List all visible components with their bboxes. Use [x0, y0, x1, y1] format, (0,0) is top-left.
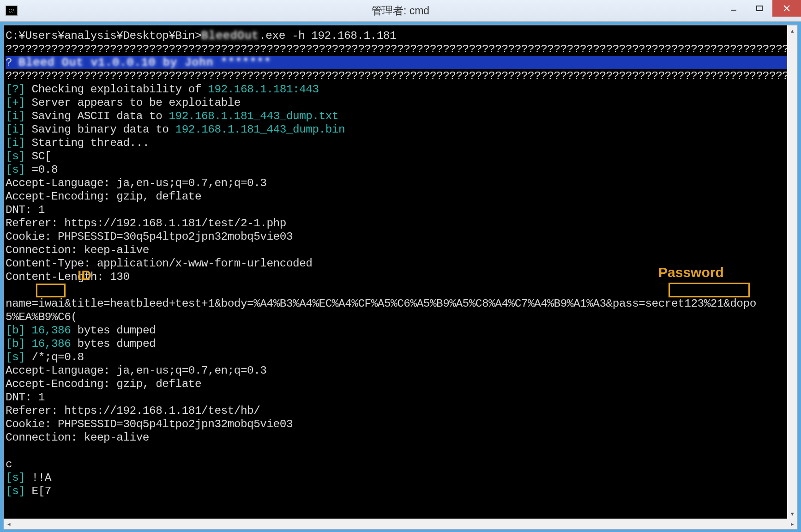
sc-text: SC[ [25, 150, 51, 163]
tag-b1: [b] [6, 324, 32, 337]
form-line2: 5%EA%B9%C6( [6, 311, 78, 323]
conn2: Connection: keep-alive [6, 431, 149, 444]
sav1-text: Saving ASCII data to [25, 110, 169, 122]
exe-name-blurred: BleedOut [201, 30, 259, 42]
serv-text: Server appears to be exploitable [25, 97, 241, 109]
check-target: 192.168.1.181:443 [208, 83, 319, 96]
horizontal-scrollbar[interactable]: ◂ ▸ [4, 519, 797, 529]
cmd-window: C:\ 管理者: cmd C:¥Users¥analysis¥Desktop¥B… [0, 0, 801, 532]
console-container: C:¥Users¥analysis¥Desktop¥Bin>BleedOut.e… [3, 24, 798, 530]
tag-s2: [s] [6, 163, 25, 176]
cookie: Cookie: PHPSESSID=30q5p4ltpo2jpn32mobq5v… [6, 230, 293, 243]
minimize-icon [730, 5, 737, 12]
form-pass-value: secret123%21 [645, 297, 723, 310]
divider-line-2: ????????????????????????????????????????… [6, 70, 787, 82]
tag-s4: [s] [6, 472, 25, 484]
scroll-left-arrow-icon[interactable]: ◂ [4, 519, 14, 529]
accept-lang: Accept-Language: ja,en-us;q=0.7,en;q=0.3 [6, 177, 266, 189]
banner-q: ? [6, 56, 18, 69]
prompt: C:¥Users¥analysis¥Desktop¥Bin> [6, 30, 201, 42]
tag-check: [?] [6, 83, 25, 96]
vertical-scrollbar[interactable]: ▴ ▾ [787, 25, 797, 519]
scroll-up-arrow-icon[interactable]: ▴ [787, 25, 797, 36]
dnt2: DNT: 1 [6, 391, 45, 404]
sav2-text: Saving binary data to [25, 123, 175, 136]
accept-enc: Accept-Encoding: gzip, deflate [6, 190, 201, 203]
dump2-num: 16,386 [32, 338, 71, 350]
referer2: Referer: https://192.168.1.181/test/hb/ [6, 405, 260, 417]
accept-enc2: Accept-Encoding: gzip, deflate [6, 378, 201, 390]
system-menu-icon[interactable]: C:\ [6, 6, 18, 16]
sq-text: /*;q=0.8 [25, 351, 84, 363]
password-highlight-box [669, 283, 750, 297]
clen: Content-Length: 130 [6, 271, 130, 283]
banner-blurred: Bleed Out v1.0.0.10 by John ******* [18, 56, 271, 69]
form-id-value: iwai [38, 297, 65, 310]
tag-s1: [s] [6, 150, 25, 163]
titlebar: C:\ 管理者: cmd [0, 0, 801, 22]
sys-icon-text: C:\ [9, 8, 15, 13]
tag-plus: [+] [6, 97, 25, 109]
start-text: Starting thread... [25, 137, 149, 149]
sav2-file: 192.168.1.181_443_dump.bin [175, 123, 345, 136]
accept-lang2: Accept-Language: ja,en-us;q=0.7,en;q=0.3 [6, 364, 266, 377]
window-controls [721, 0, 801, 17]
tag-i2: [i] [6, 123, 25, 136]
id-highlight-box [36, 284, 66, 297]
banner-highlight: ? Bleed Out v1.0.0.10 by John ******* [6, 56, 787, 69]
dump1-num: 16,386 [32, 324, 71, 337]
svg-rect-1 [757, 6, 762, 11]
maximize-button[interactable] [747, 0, 772, 17]
dnt: DNT: 1 [6, 204, 45, 216]
divider-line-1: ????????????????????????????????????????… [6, 43, 787, 55]
scroll-down-arrow-icon[interactable]: ▾ [787, 508, 797, 519]
cookie2: Cookie: PHPSESSID=30q5p4ltpo2jpn32mobq5v… [6, 418, 293, 430]
form-pre: name= [6, 297, 38, 310]
dump1-text: bytes dumped [71, 324, 156, 337]
sE-text: E[7 [25, 485, 51, 497]
maximize-icon [756, 5, 763, 12]
vertical-scroll-track[interactable] [787, 36, 797, 508]
window-title: 管理者: cmd [0, 4, 801, 18]
exe-args: .exe -h 192.168.1.181 [259, 30, 396, 42]
id-annotation-label: ID [78, 267, 91, 283]
referer1: Referer: https://192.168.1.181/test/2-1.… [6, 217, 286, 230]
horizontal-scroll-track[interactable] [14, 519, 787, 529]
tag-i1: [i] [6, 110, 25, 122]
form-mid: &title=heatbleed+test+1&body=%A4%B3%A4%E… [64, 297, 645, 310]
tag-s5: [s] [6, 485, 25, 497]
close-button[interactable] [772, 0, 801, 17]
ctype: Content-Type: application/x-www-form-url… [6, 257, 312, 270]
tag-i3: [i] [6, 137, 25, 149]
s08-text: =0.8 [25, 163, 58, 176]
c-line: c [6, 458, 12, 471]
dump2-text: bytes dumped [71, 338, 156, 350]
close-icon [783, 5, 790, 12]
conn: Connection: keep-alive [6, 244, 149, 256]
tag-s3: [s] [6, 351, 25, 363]
sav1-file: 192.168.1.181_443_dump.txt [169, 110, 338, 122]
form-post: &dopo [723, 297, 756, 310]
minimize-button[interactable] [721, 0, 747, 17]
sA-text: !!A [25, 472, 51, 484]
password-annotation-label: Password [658, 265, 724, 280]
scroll-right-arrow-icon[interactable]: ▸ [787, 519, 797, 529]
check-text: Checking exploitability of [25, 83, 208, 96]
tag-b2: [b] [6, 338, 32, 350]
